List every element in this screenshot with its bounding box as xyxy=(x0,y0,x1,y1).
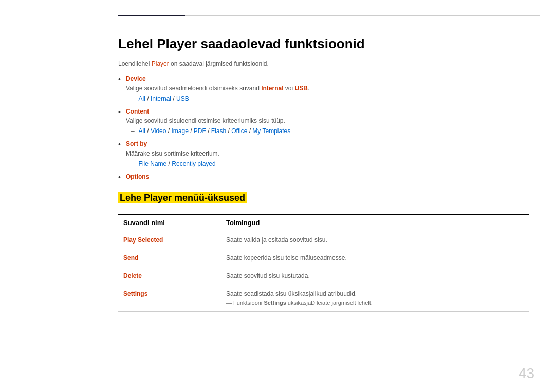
device-sub: – All / Internal / USB xyxy=(131,95,529,102)
device-usb: USB xyxy=(295,85,308,92)
bullet-dot-2: • xyxy=(118,107,121,118)
row-action-settings: Saate seadistada sisu üksikasjalikud atr… xyxy=(221,285,529,311)
intro-suffix: on saadaval järgmised funktsioonid. xyxy=(169,60,269,67)
link-usb: USB xyxy=(176,95,189,102)
link-file-name: File Name xyxy=(139,160,167,167)
list-item-options: • Options xyxy=(118,173,529,183)
settings-note: ― Funktsiooni Settings üksikasjaD leiate… xyxy=(226,300,524,306)
device-desc-prefix: Valige soovitud seadmeloendi otsimiseks … xyxy=(126,85,261,92)
link-all-2: All xyxy=(139,127,145,135)
intro-highlight: Player xyxy=(152,60,169,67)
list-item-content: • Content Valige soovitud sisuloendi ots… xyxy=(118,107,529,135)
second-section-heading: Lehe Player menüü-üksused xyxy=(118,192,247,203)
bullet-content-device: Device Valige soovitud seadmeloendi otsi… xyxy=(126,74,529,102)
link-video: Video xyxy=(151,127,166,135)
settings-note-dash: ― xyxy=(226,300,232,306)
table-header-row: Suvandi nimi Toimingud xyxy=(118,214,529,231)
options-title: Options xyxy=(126,173,529,181)
device-desc: Valige soovitud seadmeloendi otsimiseks … xyxy=(126,84,529,93)
bullet-dot-3: • xyxy=(118,140,121,150)
top-rule-accent xyxy=(118,15,185,16)
sort-title: Sort by xyxy=(126,140,529,148)
sub-dash-3: – xyxy=(131,160,135,167)
bullet-content-options: Options xyxy=(126,173,529,181)
row-action-delete: Saate soovitud sisu kustutada. xyxy=(221,267,529,285)
link-recently-played: Recently played xyxy=(172,160,215,167)
main-heading: Lehel Player saadaolevad funktsioonid xyxy=(118,36,529,52)
intro-prefix: Loendilehel xyxy=(118,60,152,67)
link-internal: Internal xyxy=(151,95,171,102)
list-item-device: • Device Valige soovitud seadmeloendi ot… xyxy=(118,74,529,102)
bullet-dot-4: • xyxy=(118,173,121,183)
settings-bold: Settings xyxy=(264,300,286,306)
device-internal: Internal xyxy=(261,85,283,92)
bullet-content-content: Content Valige soovitud sisuloendi otsim… xyxy=(126,107,529,135)
content-sub: – All / Video / Image / PDF / Flash / Of… xyxy=(131,127,529,135)
device-title: Device xyxy=(126,74,529,83)
bottom-rule xyxy=(118,311,529,312)
bullet-dot: • xyxy=(118,74,121,85)
page-container: Lehel Player saadaolevad funktsioonid Lo… xyxy=(0,0,555,392)
sort-desc: Määrake sisu sortimise kriteerium. xyxy=(126,150,529,158)
table-row-settings: Settings Saate seadistada sisu üksikasja… xyxy=(118,285,529,311)
link-flash: Flash xyxy=(211,127,226,135)
col-header-action: Toimingud xyxy=(221,214,529,231)
content-desc: Valige soovitud sisuloendi otsimise krit… xyxy=(126,117,529,125)
settings-action-text: Saate seadistada sisu üksikasjalikud atr… xyxy=(226,290,357,297)
device-links: All / Internal / USB xyxy=(139,95,189,102)
table-row: Send Saate kopeerida sisu teise mälusead… xyxy=(118,249,529,267)
row-name-settings: Settings xyxy=(118,285,221,311)
main-content: Lehel Player saadaolevad funktsioonid Lo… xyxy=(118,26,529,377)
second-section-heading-container: Lehe Player menüü-üksused xyxy=(118,193,529,203)
table-row: Play Selected Saate valida ja esitada so… xyxy=(118,231,529,249)
row-action-play-selected: Saate valida ja esitada soovitud sisu. xyxy=(221,231,529,249)
row-name-delete: Delete xyxy=(118,267,221,285)
table-row: Delete Saate soovitud sisu kustutada. xyxy=(118,267,529,285)
sort-sub: – File Name / Recently played xyxy=(131,160,529,167)
link-all: All xyxy=(139,95,145,102)
feature-list: • Device Valige soovitud seadmeloendi ot… xyxy=(118,74,529,182)
sub-dash-2: – xyxy=(131,127,135,135)
row-action-send: Saate kopeerida sisu teise mäluseadmesse… xyxy=(221,249,529,267)
settings-note-suffix: üksikasjaD leiate järgmiselt lehelt. xyxy=(286,300,373,306)
page-number: 43 xyxy=(519,365,534,382)
row-name-send: Send xyxy=(118,249,221,267)
sub-dash: – xyxy=(131,95,135,102)
features-table: Suvandi nimi Toimingud Play Selected Saa… xyxy=(118,214,529,311)
link-pdf: PDF xyxy=(194,127,206,135)
link-image: Image xyxy=(171,127,188,135)
col-header-name: Suvandi nimi xyxy=(118,214,221,231)
list-item-sort-by: • Sort by Määrake sisu sortimise kriteer… xyxy=(118,140,529,167)
bullet-content-sort: Sort by Määrake sisu sortimise kriteeriu… xyxy=(126,140,529,167)
intro-paragraph: Loendilehel Player on saadaval järgmised… xyxy=(118,60,529,67)
link-office: Office xyxy=(231,127,247,135)
row-name-play-selected: Play Selected xyxy=(118,231,221,249)
settings-note-prefix: Funktsiooni xyxy=(233,300,264,306)
link-my-templates: My Templates xyxy=(252,127,290,135)
content-title: Content xyxy=(126,107,529,116)
sort-links: File Name / Recently played xyxy=(139,160,216,167)
content-links: All / Video / Image / PDF / Flash / Offi… xyxy=(139,127,291,135)
